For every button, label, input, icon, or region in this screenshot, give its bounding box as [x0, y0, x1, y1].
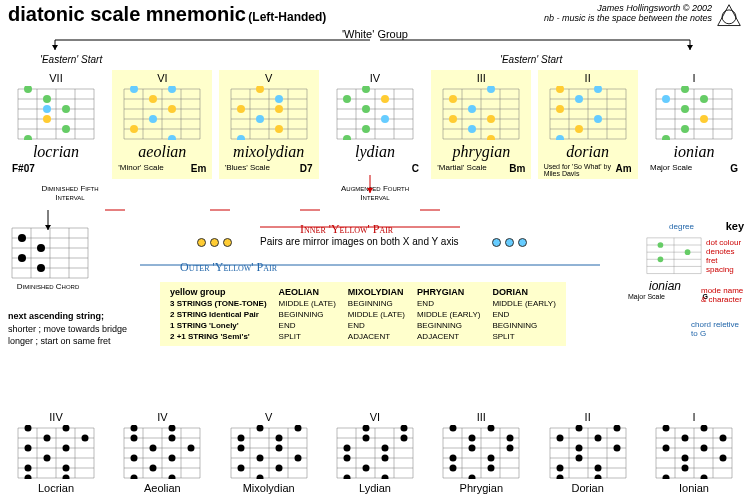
- svg-point-103: [556, 86, 564, 93]
- svg-point-90: [468, 125, 476, 133]
- svg-point-52: [275, 105, 283, 113]
- table-row: 3 STRINGS (TONE-TONE)MIDDLE (LATE)BEGINN…: [164, 298, 562, 309]
- svg-point-109: [556, 135, 564, 140]
- svg-point-212: [237, 435, 244, 442]
- svg-point-198: [169, 475, 176, 480]
- svg-point-303: [700, 445, 707, 452]
- svg-point-166: [25, 425, 32, 432]
- key-degree-label: degree: [669, 222, 694, 231]
- fretboard-dim-chord: [8, 225, 92, 279]
- svg-point-140: [37, 244, 45, 252]
- aug-fourth-label: Augmented Fourth Interval: [340, 184, 410, 202]
- fretboard-bot-ionian: [652, 425, 736, 479]
- svg-point-108: [575, 125, 583, 133]
- svg-point-276: [575, 425, 582, 432]
- svg-point-235: [400, 435, 407, 442]
- svg-point-173: [25, 465, 32, 472]
- svg-point-220: [256, 475, 263, 480]
- roman-VII: VII: [8, 72, 104, 84]
- fretboard-bot-dorian: [546, 425, 630, 479]
- svg-point-73: [343, 135, 351, 140]
- fretboard-bot-lydian: [333, 425, 417, 479]
- th-dorian: DORIAN: [486, 286, 561, 298]
- svg-point-192: [150, 445, 157, 452]
- svg-point-263: [488, 465, 495, 472]
- inner-pair-label: Inner 'Yellow' Pair: [300, 222, 393, 237]
- mode-name-phrygian: phrygian: [433, 143, 529, 161]
- chord-lydian: C: [412, 163, 419, 174]
- svg-point-262: [450, 465, 457, 472]
- svg-point-175: [25, 475, 32, 480]
- svg-point-286: [594, 475, 601, 480]
- svg-point-189: [169, 425, 176, 432]
- fretboard-bot-mixo: [227, 425, 311, 479]
- chord-ionian: G: [730, 163, 738, 174]
- copyright-icon: ©: [683, 3, 690, 13]
- fretboard-mixolydian: [227, 86, 311, 140]
- svg-point-68: [343, 95, 351, 103]
- svg-point-188: [131, 425, 138, 432]
- mode-name-aeolian: aeolian: [114, 143, 210, 161]
- svg-point-91: [487, 135, 495, 140]
- svg-point-18: [62, 125, 70, 133]
- svg-point-283: [556, 465, 563, 472]
- svg-point-106: [556, 105, 564, 113]
- roman-V: V: [221, 72, 317, 84]
- svg-point-236: [343, 445, 350, 452]
- fretboard-ionian: [652, 86, 736, 140]
- svg-point-31: [130, 86, 138, 93]
- svg-point-72: [362, 125, 370, 133]
- svg-point-172: [44, 455, 51, 462]
- svg-point-71: [381, 115, 389, 123]
- blue-dots-right: [490, 238, 529, 249]
- yellow-dots-left: [195, 238, 234, 249]
- svg-point-107: [594, 115, 602, 123]
- chord-mixolydian: D7: [300, 163, 313, 174]
- svg-marker-0: [718, 5, 741, 26]
- svg-point-67: [362, 86, 370, 93]
- svg-point-125: [700, 115, 708, 123]
- key-chordrel-label: chord reletive to G: [691, 320, 746, 338]
- svg-point-50: [275, 95, 283, 103]
- header: diatonic scale mnemonic (Left-Handed) Ja…: [8, 3, 742, 26]
- svg-point-307: [662, 475, 669, 480]
- chord-phrygian: Bm: [509, 163, 525, 174]
- eastern-start-left: 'Eastern' Start: [40, 54, 102, 65]
- dim-chord-label: Diminished Chord: [8, 282, 88, 291]
- svg-point-257: [507, 435, 514, 442]
- mode-phrygian: III phrygian 'Martial' ScaleBm: [431, 70, 531, 179]
- svg-point-214: [237, 445, 244, 452]
- svg-point-191: [169, 435, 176, 442]
- fretboard-bot-aeolian: [120, 425, 204, 479]
- sub-aeolian: 'Minor' Scale: [118, 163, 163, 174]
- next-line2: longer ; start on same fret: [8, 336, 111, 346]
- roman-I: I: [646, 72, 742, 84]
- svg-point-254: [450, 425, 457, 432]
- fretboard-lydian: [333, 86, 417, 140]
- table-row: 2 STRING Identical PairBEGINNINGMIDDLE (…: [164, 309, 562, 320]
- next-line1: shorter ; move towards bridge: [8, 324, 127, 334]
- svg-point-170: [25, 445, 32, 452]
- svg-point-233: [400, 425, 407, 432]
- svg-point-280: [575, 445, 582, 452]
- svg-point-51: [237, 105, 245, 113]
- svg-point-19: [24, 135, 32, 140]
- diminished-chord-block: Diminished Chord: [8, 225, 88, 291]
- svg-point-239: [381, 455, 388, 462]
- table-header-row: yellow group AEOLIAN MIXOLYDIAN PHRYGIAN…: [164, 286, 562, 298]
- chord-aeolian: Em: [191, 163, 207, 174]
- svg-point-33: [149, 95, 157, 103]
- sub-mixolydian: 'Blues' Scale: [225, 163, 270, 174]
- white-group-label: 'White' Group: [0, 28, 750, 40]
- white-group-bracket: [0, 38, 750, 68]
- mode-row-bottom: IIVLocrian IVAeolian VMixolydian VILydia…: [6, 411, 744, 494]
- svg-point-141: [18, 254, 26, 262]
- svg-point-13: [24, 86, 32, 93]
- sub-ionian: Major Scale: [650, 163, 692, 174]
- svg-point-196: [150, 465, 157, 472]
- svg-point-305: [719, 455, 726, 462]
- svg-point-36: [130, 125, 138, 133]
- mode-name-dorian: dorian: [540, 143, 636, 161]
- mode-name-lydian: lydian: [327, 143, 423, 161]
- svg-point-218: [237, 465, 244, 472]
